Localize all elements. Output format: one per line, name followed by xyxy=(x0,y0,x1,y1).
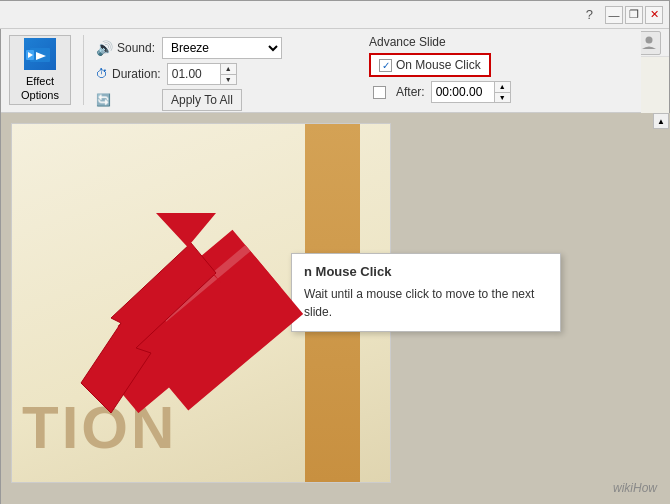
ribbon-controls: 🔊 Sound: Breeze ⏱ Duration: 01.00 ▲ ▼ xyxy=(96,37,282,111)
apply-all-button[interactable]: Apply To All xyxy=(162,89,242,111)
apply-all-icon-label: 🔄 xyxy=(96,93,156,107)
restore-button[interactable]: ❐ xyxy=(625,6,643,24)
on-mouse-click-label: On Mouse Click xyxy=(396,58,481,72)
after-label: After: xyxy=(396,85,425,99)
duration-value: 01.00 xyxy=(168,67,220,81)
tooltip-body: Wait until a mouse click to move to the … xyxy=(304,285,548,321)
sound-select[interactable]: Breeze xyxy=(162,37,282,59)
apply-all-row: 🔄 Apply To All xyxy=(96,89,282,111)
duration-row: ⏱ Duration: 01.00 ▲ ▼ xyxy=(96,63,282,85)
after-checkbox-container[interactable] xyxy=(369,83,390,102)
on-mouse-click-checkbox[interactable]: ✓ xyxy=(379,59,392,72)
minimize-button[interactable]: — xyxy=(605,6,623,24)
duration-icon: ⏱ xyxy=(96,67,108,81)
duration-label: ⏱ Duration: xyxy=(96,67,161,81)
after-down-arrow[interactable]: ▼ xyxy=(495,93,510,103)
title-bar-controls: — ❐ ✕ xyxy=(605,6,669,24)
after-row: After: 00:00.00 ▲ ▼ xyxy=(369,81,633,103)
help-button[interactable]: ? xyxy=(586,7,593,22)
scroll-up-button[interactable]: ▲ xyxy=(653,113,669,129)
svg-point-0 xyxy=(646,36,653,43)
slide-large-text: TION xyxy=(22,393,177,462)
sound-row: 🔊 Sound: Breeze xyxy=(96,37,282,59)
title-bar: ? — ❐ ✕ xyxy=(0,1,669,29)
sound-icon: 🔊 xyxy=(96,40,113,56)
after-up-arrow[interactable]: ▲ xyxy=(495,82,510,93)
screenshot-container: ? — ❐ ✕ Sign in xyxy=(0,0,670,504)
after-checkbox[interactable] xyxy=(373,86,386,99)
on-mouse-click-checkbox-container[interactable]: ✓ On Mouse Click xyxy=(369,53,491,77)
sound-label: 🔊 Sound: xyxy=(96,40,156,56)
on-mouse-click-row: ✓ On Mouse Click xyxy=(369,53,633,77)
slide-area: TION n Mouse Click Wait until a mouse cl… xyxy=(1,113,670,504)
ribbon-divider xyxy=(83,35,84,105)
after-spinbox[interactable]: 00:00.00 ▲ ▼ xyxy=(431,81,511,103)
duration-up-arrow[interactable]: ▲ xyxy=(221,64,236,75)
effect-options-label: EffectOptions xyxy=(21,74,59,103)
effect-icon xyxy=(24,38,56,70)
after-arrows: ▲ ▼ xyxy=(494,82,510,102)
advance-slide-title: Advance Slide xyxy=(369,35,633,49)
apply-all-icon: 🔄 xyxy=(96,93,111,107)
close-button[interactable]: ✕ xyxy=(645,6,663,24)
duration-arrows: ▲ ▼ xyxy=(220,64,236,84)
tooltip-popup: n Mouse Click Wait until a mouse click t… xyxy=(291,253,561,332)
after-value: 00:00.00 xyxy=(432,85,494,99)
wikihow-watermark: wikiHow xyxy=(613,481,657,495)
duration-spinbox[interactable]: 01.00 ▲ ▼ xyxy=(167,63,237,85)
advance-slide-section: Advance Slide ✓ On Mouse Click After: 00… xyxy=(361,29,641,113)
tooltip-title: n Mouse Click xyxy=(304,264,548,279)
effect-options-button[interactable]: EffectOptions xyxy=(9,35,71,105)
duration-down-arrow[interactable]: ▼ xyxy=(221,75,236,85)
